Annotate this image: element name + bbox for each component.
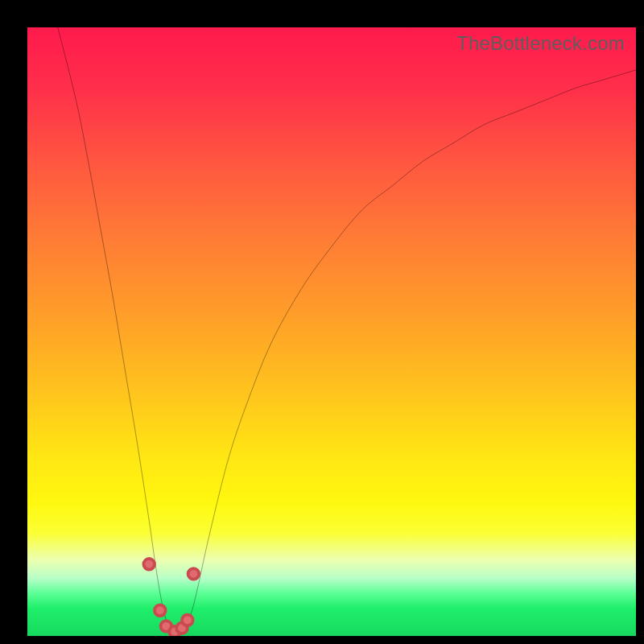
marker-point bbox=[188, 568, 200, 580]
plot-area: TheBottleneck.com bbox=[27, 27, 636, 636]
curve-markers bbox=[143, 559, 199, 636]
watermark-text: TheBottleneck.com bbox=[456, 32, 625, 55]
chart-frame: TheBottleneck.com bbox=[0, 0, 644, 644]
marker-point bbox=[155, 605, 166, 616]
curve-layer bbox=[27, 27, 636, 636]
bottleneck-curve bbox=[58, 27, 636, 634]
marker-point bbox=[182, 615, 193, 626]
marker-point bbox=[143, 559, 155, 570]
